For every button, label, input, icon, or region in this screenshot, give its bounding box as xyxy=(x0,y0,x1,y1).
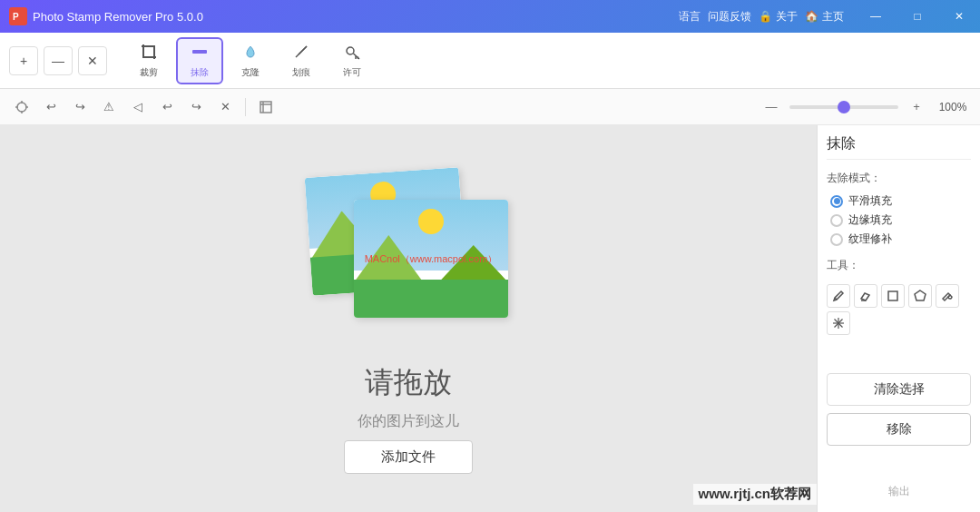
subtool-crop-frame[interactable] xyxy=(253,94,279,120)
svg-marker-18 xyxy=(915,290,926,300)
main-area: MACnol（www.macpol.com） 请拖放 你的图片到这儿 添加文件 … xyxy=(0,125,980,512)
tool-polygon-button[interactable] xyxy=(908,284,932,308)
subtool-undo2[interactable]: ↩ xyxy=(154,94,180,120)
remove-mode-label: 去除模式： xyxy=(827,171,971,186)
close-button[interactable]: ✕ xyxy=(938,0,980,33)
tab-crop-label: 裁剪 xyxy=(140,66,158,79)
mode-edge-label: 边缘填充 xyxy=(848,212,892,228)
svg-point-7 xyxy=(17,103,26,112)
zoom-out-button[interactable]: — xyxy=(759,94,784,120)
tab-scratch-label: 划痕 xyxy=(292,66,310,79)
drop-zone: MACnol（www.macpol.com） 请拖放 你的图片到这儿 添加文件 xyxy=(299,163,517,474)
lock-icon: 🔒 xyxy=(759,10,772,23)
mode-smooth-label: 平滑填充 xyxy=(848,193,892,209)
canvas-area[interactable]: MACnol（www.macpol.com） 请拖放 你的图片到这儿 添加文件 … xyxy=(0,125,817,512)
clone-icon xyxy=(241,43,260,64)
separator xyxy=(245,98,246,116)
key-icon xyxy=(343,43,361,64)
minus-button[interactable]: — xyxy=(44,46,73,75)
tab-crop[interactable]: 裁剪 xyxy=(125,37,172,84)
subtool-flip[interactable]: ◁ xyxy=(125,94,151,120)
subtool-redo[interactable]: ↪ xyxy=(67,94,93,120)
svg-rect-12 xyxy=(260,102,271,113)
mode-texture-label: 纹理修补 xyxy=(848,231,892,247)
svg-rect-17 xyxy=(888,291,897,300)
erase-icon xyxy=(191,43,209,64)
tool-pen-button[interactable] xyxy=(827,284,850,308)
subtool-crosshair[interactable] xyxy=(9,94,34,120)
svg-line-15 xyxy=(835,298,837,300)
bottom-watermark: www.rjtj.cn软荐网 xyxy=(693,484,817,505)
watermark-text: MACnol（www.macpol.com） xyxy=(365,252,498,266)
svg-rect-2 xyxy=(192,50,207,54)
add-file-button[interactable]: 添加文件 xyxy=(344,440,473,474)
zoom-controls: — + 100% xyxy=(759,94,971,120)
tab-key[interactable]: 许可 xyxy=(328,37,376,84)
images-placeholder: MACnol（www.macpol.com） xyxy=(299,163,517,345)
app-title: Photo Stamp Remover Pro 5.0.0 xyxy=(33,10,203,24)
zoom-slider[interactable] xyxy=(789,105,898,109)
mode-smooth[interactable]: 平滑填充 xyxy=(830,193,971,209)
scratch-icon xyxy=(292,43,310,64)
crop-icon xyxy=(140,43,158,64)
tab-erase[interactable]: 抹除 xyxy=(176,37,223,84)
drop-title: 请拖放 xyxy=(365,363,452,403)
zoom-value: 100% xyxy=(935,101,971,113)
tool-group-left: + — ✕ xyxy=(9,46,107,75)
language-link[interactable]: 语言 xyxy=(679,9,701,25)
window-controls: — □ ✕ xyxy=(855,0,980,33)
tab-erase-label: 抹除 xyxy=(191,66,209,79)
remove-mode-group: 平滑填充 边缘填充 纹理修补 xyxy=(830,193,971,247)
radio-texture[interactable] xyxy=(830,233,843,246)
toolbar: + — ✕ 裁剪 抹除 xyxy=(0,33,980,89)
subtoolbar: ↩ ↪ ⚠ ◁ ↩ ↪ ✕ — + 100% xyxy=(0,89,980,125)
subtool-redo2[interactable]: ↪ xyxy=(183,94,209,120)
tab-scratch[interactable]: 划痕 xyxy=(278,37,325,84)
subtool-cancel[interactable]: ✕ xyxy=(212,94,238,120)
drop-subtitle: 你的图片到这儿 xyxy=(358,412,459,431)
clear-selection-button[interactable]: 清除选择 xyxy=(827,373,971,406)
top-right-links: 语言 问题反馈 🔒 关于 🏠 主页 xyxy=(679,0,844,33)
tools-label: 工具： xyxy=(827,258,971,273)
restore-button[interactable]: □ xyxy=(897,0,938,33)
mode-edge[interactable]: 边缘填充 xyxy=(830,212,971,228)
zoom-in-button[interactable]: + xyxy=(904,94,929,120)
remove-button[interactable]: 移除 xyxy=(827,413,971,446)
tab-clone-label: 克隆 xyxy=(241,66,260,79)
svg-point-3 xyxy=(347,47,354,54)
right-panel: 抹除 去除模式： 平滑填充 边缘填充 纹理修补 工具： xyxy=(817,125,980,512)
tool-fill-button[interactable] xyxy=(936,284,959,308)
tools-row xyxy=(827,281,971,339)
mode-texture[interactable]: 纹理修补 xyxy=(830,231,971,247)
home-icon: 🏠 xyxy=(805,10,818,23)
home-link[interactable]: 主页 xyxy=(822,9,844,25)
about-link[interactable]: 关于 xyxy=(776,9,798,25)
subtool-warn[interactable]: ⚠ xyxy=(96,94,122,120)
subtool-undo[interactable]: ↩ xyxy=(38,94,64,120)
minimize-button[interactable]: — xyxy=(855,0,897,33)
tab-key-label: 许可 xyxy=(343,66,361,79)
radio-edge[interactable] xyxy=(830,214,843,227)
feedback-link[interactable]: 问题反馈 xyxy=(708,9,751,25)
tab-clone[interactable]: 克隆 xyxy=(227,37,274,84)
zoom-slider-thumb[interactable] xyxy=(838,101,850,113)
panel-title: 抹除 xyxy=(827,134,971,160)
tool-magic-button[interactable] xyxy=(827,311,850,335)
output-label: 输出 xyxy=(827,480,971,503)
titlebar: P Photo Stamp Remover Pro 5.0.0 语言 问题反馈 … xyxy=(0,0,980,33)
image-thumbnail-front: MACnol（www.macpol.com） xyxy=(354,200,508,318)
app-icon: P xyxy=(9,7,27,25)
tool-rect-button[interactable] xyxy=(881,284,905,308)
svg-text:P: P xyxy=(13,12,19,22)
tool-eraser-button[interactable] xyxy=(854,284,877,308)
spacer2 xyxy=(827,453,971,473)
toolbar-tabs: 裁剪 抹除 克隆 xyxy=(125,37,376,84)
spacer xyxy=(827,346,971,366)
add-button[interactable]: + xyxy=(9,46,38,75)
close-tab-button[interactable]: ✕ xyxy=(78,46,107,75)
radio-smooth[interactable] xyxy=(830,195,843,208)
